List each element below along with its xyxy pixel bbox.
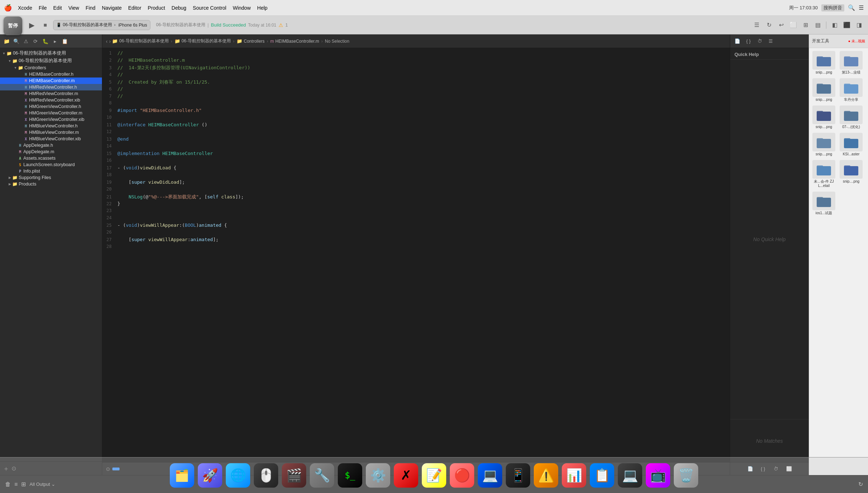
dock-tools-icon[interactable]: 🔧 xyxy=(310,463,334,488)
menu-view[interactable]: View xyxy=(68,5,79,11)
line-content[interactable]: @interface HEIMBaseController () xyxy=(115,122,730,127)
menu-find[interactable]: Find xyxy=(85,5,95,11)
dock-mouse-icon[interactable]: 🖱️ xyxy=(254,463,278,488)
version-editor-button[interactable]: ▤ xyxy=(812,20,823,30)
menubar-search-icon[interactable]: 🔍 xyxy=(848,4,855,11)
tree-item[interactable]: ▶📁Supporting Files xyxy=(0,174,102,181)
tree-item[interactable]: HHEIMBaseController.h xyxy=(0,71,102,78)
breadcrumb-back-button[interactable]: ‹ xyxy=(106,38,108,44)
line-content[interactable]: NSLog(@"%@--->界面加载完成", [self class]); xyxy=(115,194,730,200)
single-editor-button[interactable]: ⬜ xyxy=(788,20,799,30)
tree-item[interactable]: PInfo.plist xyxy=(0,168,102,174)
nav-source-icon[interactable]: 🔍 xyxy=(12,37,20,46)
dock-preview-icon[interactable]: 🔴 xyxy=(450,463,474,488)
menu-edit[interactable]: Edit xyxy=(53,5,62,11)
dock-terminal-icon[interactable]: $_ xyxy=(338,463,362,488)
refresh-button[interactable]: ↻ xyxy=(764,20,774,30)
nav-debug-icon[interactable]: 🐛 xyxy=(41,37,50,46)
tree-item[interactable]: HHMGreenViewController.h xyxy=(0,103,102,110)
assistant-editor-button[interactable]: ⊞ xyxy=(800,20,811,30)
tree-item[interactable]: ▼📁06-导航控制器的基本使用 xyxy=(0,50,102,57)
nav-warning-icon[interactable]: ⚠ xyxy=(22,37,30,46)
inspector-history-icon[interactable]: ⏱ xyxy=(755,37,765,46)
nav-test-icon[interactable]: ⟳ xyxy=(31,37,40,46)
menubar-input-method[interactable]: 搜狗拼音 xyxy=(821,4,844,11)
dock-settings-icon[interactable]: ⚙️ xyxy=(366,463,390,488)
breadcrumb-group[interactable]: 06-导航控制器的基本使用 xyxy=(182,38,231,44)
list-view-button[interactable]: ☰ xyxy=(751,20,762,30)
line-content[interactable]: // xyxy=(115,86,730,91)
dock-trash-icon[interactable]: 🗑️ xyxy=(674,463,698,488)
dock-simulator-icon[interactable]: 📱 xyxy=(506,463,530,488)
tree-item[interactable]: MHMGreenViewController.m xyxy=(0,110,102,116)
tree-item[interactable]: SLaunchScreen.storyboard xyxy=(0,161,102,168)
line-content[interactable]: // xyxy=(115,93,730,99)
tree-item[interactable]: MHEIMBaseController.m xyxy=(0,78,102,84)
breadcrumb-controllers[interactable]: Controllers xyxy=(244,39,265,44)
dock-notes-icon[interactable]: 📝 xyxy=(422,463,446,488)
breadcrumb-forward-button[interactable]: › xyxy=(109,38,111,44)
menu-navigate[interactable]: Navigate xyxy=(102,5,122,11)
back-button[interactable]: ↩ xyxy=(776,20,787,30)
folder-item[interactable]: ios1...试题 xyxy=(811,190,837,217)
line-content[interactable]: [super viewWillAppear:animated]; xyxy=(115,237,730,242)
breadcrumb-project[interactable]: 06-导航控制器的基本使用 xyxy=(119,38,168,44)
run-button[interactable]: ▶ xyxy=(26,19,37,31)
debug-toggle-button[interactable]: ⬛ xyxy=(841,20,852,30)
folder-item[interactable]: 第13-...业绩 xyxy=(838,50,864,76)
tree-item[interactable]: MHMRedViewController.m xyxy=(0,90,102,97)
nav-folder-icon[interactable]: 📁 xyxy=(2,37,11,46)
tree-item[interactable]: XHMRedViewController.xib xyxy=(0,97,102,103)
scheme-selector[interactable]: 📱 06-导航控制器的基本使用 › iPhone 6s Plus xyxy=(53,20,150,30)
folder-item[interactable]: 车丹分享 xyxy=(838,77,864,103)
tree-item[interactable]: ▶📁Products xyxy=(0,181,102,187)
menubar-list-icon[interactable]: ☰ xyxy=(859,4,864,11)
code-editor[interactable]: 1//2// HEIMBaseController.m3// 14-第2天(多控… xyxy=(102,48,730,462)
dock-xcode-icon[interactable]: 💻 xyxy=(478,463,502,488)
dock-keynote-icon[interactable]: 📋 xyxy=(590,463,614,488)
menu-window[interactable]: Window xyxy=(233,5,251,11)
dock-itunes-icon[interactable]: 📺 xyxy=(646,463,670,488)
nav-breakpoint-icon[interactable]: ▸ xyxy=(51,37,59,46)
dock-launchpad-icon[interactable]: 🚀 xyxy=(198,463,222,488)
dock-warning-icon[interactable]: ⚠️ xyxy=(534,463,558,488)
dock-movie-icon[interactable]: 🎬 xyxy=(282,463,306,488)
menu-xcode[interactable]: Xcode xyxy=(18,5,32,11)
menu-help[interactable]: Help xyxy=(257,5,267,11)
inspector-attr-icon[interactable]: ☰ xyxy=(766,37,776,46)
dock-xmind-icon[interactable]: ✗ xyxy=(394,463,418,488)
dock-app2-icon[interactable]: 💻 xyxy=(618,463,642,488)
tree-item[interactable]: HHMRedViewController.h xyxy=(0,84,102,90)
menu-debug[interactable]: Debug xyxy=(172,5,186,11)
tree-item[interactable]: MHMBlueViewController.m xyxy=(0,129,102,136)
folder-item[interactable]: 07-...(优化) xyxy=(838,104,864,131)
inspector-quick-help-icon[interactable]: { } xyxy=(743,37,753,46)
dock-safari-icon[interactable]: 🌐 xyxy=(226,463,250,488)
tree-item[interactable]: ▼📁Controllers xyxy=(0,65,102,71)
nav-report-icon[interactable]: 📋 xyxy=(60,37,69,46)
folder-item[interactable]: 未...会-件 ZJL...etail xyxy=(811,159,837,189)
folder-item[interactable]: snip....png xyxy=(811,77,837,103)
line-content[interactable]: - (void)viewWillAppear:(BOOL)animated { xyxy=(115,222,730,228)
inspector-file-icon[interactable]: 📄 xyxy=(732,37,742,46)
tree-item[interactable]: HHMBlueViewController.h xyxy=(0,123,102,129)
apple-menu-icon[interactable]: 🍎 xyxy=(4,4,11,11)
tree-item[interactable]: AAssets.xcassets xyxy=(0,155,102,161)
navigator-toggle-button[interactable]: ◧ xyxy=(829,20,840,30)
folder-item[interactable]: snip....png xyxy=(811,50,837,76)
breadcrumb-selection[interactable]: No Selection xyxy=(325,39,349,44)
dock-powerpoint-icon[interactable]: 📊 xyxy=(562,463,586,488)
tree-item[interactable]: XHMGreenViewController.xib xyxy=(0,116,102,123)
line-content[interactable]: // 14-第2天(多控制器管理(UINavigationController)… xyxy=(115,65,730,71)
line-content[interactable]: } xyxy=(115,201,730,206)
line-content[interactable]: // HEIMBaseController.m xyxy=(115,57,730,63)
line-content[interactable]: [super viewDidLoad]; xyxy=(115,179,730,185)
menu-editor[interactable]: Editor xyxy=(128,5,141,11)
stop-button[interactable]: ■ xyxy=(39,19,51,31)
tree-item[interactable]: ▼📁06-导航控制器的基本使用 xyxy=(0,57,102,65)
line-content[interactable]: #import "HEIMBaseController.h" xyxy=(115,108,730,113)
breadcrumb-file[interactable]: HEIMBaseController.m xyxy=(275,39,319,44)
line-content[interactable]: // xyxy=(115,72,730,77)
line-content[interactable]: // Created by 刘春军 on 15/11/25. xyxy=(115,79,730,85)
dock-finder-icon[interactable]: 🗂️ xyxy=(170,463,194,488)
